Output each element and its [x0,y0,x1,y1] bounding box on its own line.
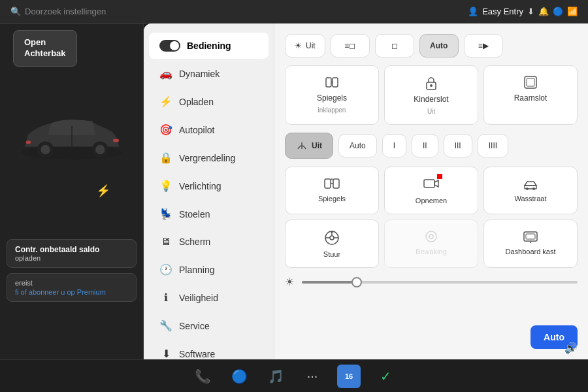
wiper-row: UitAutoIIIIIIIIII [285,133,578,159]
search-placeholder: Doorzoek instellingen [25,7,106,16]
wiper-label-auto: Auto [350,141,366,150]
sidebar-item-autopilot[interactable]: 🎯 Autopilot [149,116,269,143]
sidebar-item-dynamiek[interactable]: 🚗 Dynamiek [149,60,269,87]
tile-spiegels[interactable]: Spiegels [285,167,379,214]
taskbar-spotify-icon[interactable]: 🎵 [264,365,287,388]
wiper-label-uit: Uit [312,141,322,150]
mode2-icon: ≡◻ [344,41,355,50]
tile-stuur[interactable]: Stuur [285,220,379,268]
tile-dashboard-kast[interactable]: Dashboard kast [483,220,578,268]
sidebar-item-bediening[interactable]: Bediening [149,33,269,59]
wiper-icon [296,140,308,152]
mirror-tiles-grid: SpiegelsinklappenKinderslotUitRaamslot [285,65,578,125]
premium-link[interactable]: fi of abonneer u op Premium [15,288,128,296]
svg-rect-16 [325,179,331,188]
light-mode-row: ☀Uit≡◻◻Auto≡▶ [285,34,578,57]
wiper-btn-auto[interactable]: Auto [338,134,377,157]
wiper-label-speed4: IIII [489,141,497,150]
light-mode-uit[interactable]: ☀Uit [285,34,325,57]
wiper-btn-speed1[interactable]: I [382,134,406,157]
sidebar-label-planning: Planning [179,265,215,275]
brightness-icon: ☀ [285,276,294,288]
wiper-btn-speed4[interactable]: IIII [478,134,508,157]
tile-kinderslot[interactable]: KinderslotUit [384,65,478,125]
taskbar-bluetooth-icon[interactable]: 🔵 [227,365,251,388]
sidebar-item-vergrendeling[interactable]: 🔒 Vergrendeling [149,144,269,171]
settings-wrapper: Bediening 🚗 Dynamiek ⚡ Opladen 🎯 Autopil… [144,24,588,359]
sidebar-icon-stoelen: 💺 [159,208,172,220]
svg-point-2 [41,145,50,154]
easy-entry-label: Easy Entry [482,7,523,16]
sidebar-label-autopilot: Autopilot [179,125,214,135]
sidebar-label-stoelen: Stoelen [179,209,210,220]
light-mode-mode3[interactable]: ◻ [375,34,414,57]
sidebar-item-service[interactable]: 🔧 Service [149,312,269,339]
stuur-icon [323,229,340,246]
slider-thumb[interactable] [351,277,362,287]
bewaking-icon [423,229,440,244]
taskbar-dots-icon[interactable]: ··· [301,365,324,388]
taskbar-calendar-icon[interactable]: 16 [337,365,361,388]
sidebar-icon-dynamiek: 🚗 [159,67,172,80]
taskbar: 📞 🔵 🎵 ··· 16 ✓ [0,359,588,392]
tile-label-raamslot: Raamslot [514,93,547,103]
top-bar-right: 👤 Easy Entry ⬇ 🔔 🔵 📶 [468,7,578,16]
search-box[interactable]: 🔍 Doorzoek instellingen [10,7,106,16]
bottom-cards: Contr. onbetaald saldo opladen ereist fi… [7,239,137,307]
sidebar-icon-veiligheid: ℹ [159,291,172,304]
tile-label-stuur: Stuur [323,250,340,258]
sidebar-label-verlichting: Verlichting [179,181,221,191]
sidebar-label-dynamiek: Dynamiek [179,69,220,79]
sidebar-item-scherm[interactable]: 🖥 Scherm [149,229,269,255]
sidebar-item-veiligheid[interactable]: ℹ Veiligheid [149,284,269,311]
sidebar-label-vergrendeling: Vergrendeling [179,153,235,163]
sidebar-item-planning[interactable]: 🕐 Planning [149,256,269,283]
svg-rect-6 [25,141,30,144]
sidebar-item-opladen[interactable]: ⚡ Opladen [149,88,269,115]
sidebar-icon-vergrendeling: 🔒 [159,152,172,164]
svg-rect-14 [527,78,534,86]
tile-label-dashboard-kast: Dashboard kast [505,248,555,255]
tile-label-wasstraat: Wasstraat [514,195,546,203]
svg-rect-9 [333,78,338,87]
tile-raamslot[interactable]: Raamslot [483,65,578,125]
wiper-label-speed1: I [393,141,395,150]
open-label: Open [24,37,66,48]
bediening-toggle[interactable] [159,40,180,52]
tile-opnemen[interactable]: Opnemen [384,167,478,214]
sidebar-item-verlichting[interactable]: 💡 Verlichting [149,172,269,199]
svg-point-23 [532,188,535,190]
sidebar-label-scherm: Scherm [179,237,210,247]
tile-spiegels-inklappen[interactable]: Spiegelsinklappen [285,65,379,125]
svg-rect-33 [526,234,535,239]
sidebar-icon-scherm: 🖥 [159,236,172,248]
wiper-btn-speed2[interactable]: II [412,134,438,157]
settings-nav: Bediening 🚗 Dynamiek ⚡ Opladen 🎯 Autopil… [144,24,274,359]
sidebar-item-software[interactable]: ⬇ Software [149,340,269,359]
wiper-btn-speed3[interactable]: III [444,134,472,157]
download-icon: ⬇ [527,7,534,16]
bell-icon: 🔔 [538,7,549,16]
sidebar-label-bediening: Bediening [187,41,231,51]
taskbar-phone-icon[interactable]: 📞 [191,365,214,388]
bluetooth-icon: 🔵 [553,7,563,16]
sidebar-item-stoelen[interactable]: 💺 Stoelen [149,201,269,227]
svg-point-30 [426,231,436,242]
svg-point-12 [430,84,433,87]
brightness-slider[interactable] [302,281,578,284]
taskbar-check-icon[interactable]: ✓ [374,365,397,388]
brightness-slider-row: ☀ [285,276,578,288]
sidebar-icon-verlichting: 💡 [159,180,172,192]
wiper-btn-uit[interactable]: Uit [285,133,333,159]
bottom-tiles-grid: SpiegelsOpnemenWasstraatStuurBewakingDas… [285,167,578,268]
light-label-auto: Auto [430,41,448,50]
light-mode-auto[interactable]: Auto [419,34,459,57]
tile-wasstraat[interactable]: Wasstraat [483,167,578,214]
unpaid-balance-title: Contr. onbetaald saldo [15,245,128,254]
top-bar: 🔍 Doorzoek instellingen 👤 Easy Entry ⬇ 🔔… [0,0,588,24]
light-mode-mode2[interactable]: ≡◻ [331,34,370,57]
light-mode-mode5[interactable]: ≡▶ [464,34,503,57]
unpaid-balance-card: Contr. onbetaald saldo opladen [7,239,137,268]
window-icon [523,75,538,90]
dashboard-icon [522,229,539,244]
